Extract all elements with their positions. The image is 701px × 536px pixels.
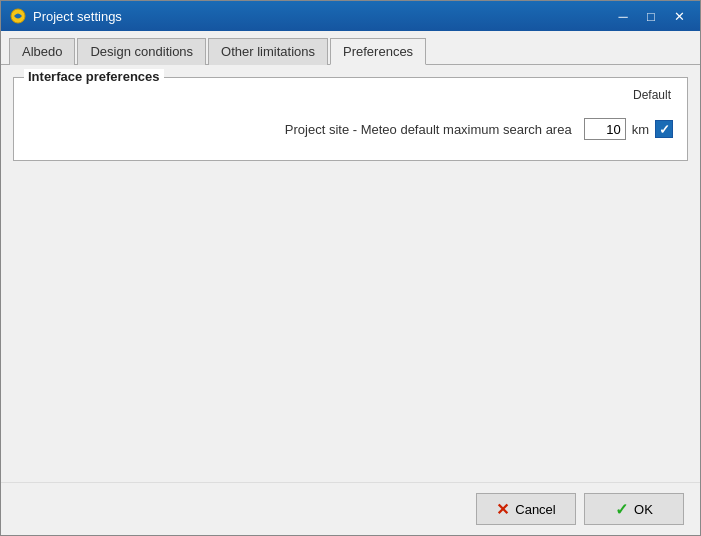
ok-icon: ✓: [615, 500, 628, 519]
cancel-button[interactable]: ✕ Cancel: [476, 493, 576, 525]
tabs-container: Albedo Design conditions Other limitatio…: [1, 31, 700, 65]
ok-button[interactable]: ✓ OK: [584, 493, 684, 525]
tab-albedo[interactable]: Albedo: [9, 38, 75, 65]
cancel-icon: ✕: [496, 500, 509, 519]
close-button[interactable]: ✕: [666, 6, 692, 26]
window-title: Project settings: [33, 9, 610, 24]
tab-other-limitations[interactable]: Other limitations: [208, 38, 328, 65]
tab-preferences[interactable]: Preferences: [330, 38, 426, 65]
default-header: Default: [28, 88, 673, 102]
tab-design-conditions[interactable]: Design conditions: [77, 38, 206, 65]
group-legend: Interface preferences: [24, 69, 164, 84]
project-settings-window: Project settings ─ □ ✕ Albedo Design con…: [0, 0, 701, 536]
ok-label: OK: [634, 502, 653, 517]
cancel-label: Cancel: [515, 502, 555, 517]
main-content: Interface preferences Default Project si…: [1, 65, 700, 482]
minimize-button[interactable]: ─: [610, 6, 636, 26]
meteo-search-unit: km: [632, 122, 649, 137]
meteo-search-label: Project site - Meteo default maximum sea…: [285, 122, 572, 137]
title-bar: Project settings ─ □ ✕: [1, 1, 700, 31]
meteo-search-row: Project site - Meteo default maximum sea…: [28, 118, 673, 140]
interface-preferences-group: Interface preferences Default Project si…: [13, 77, 688, 161]
footer: ✕ Cancel ✓ OK: [1, 482, 700, 535]
meteo-search-input[interactable]: [584, 118, 626, 140]
window-controls: ─ □ ✕: [610, 6, 692, 26]
maximize-button[interactable]: □: [638, 6, 664, 26]
default-checkbox[interactable]: [655, 120, 673, 138]
app-icon: [9, 7, 27, 25]
